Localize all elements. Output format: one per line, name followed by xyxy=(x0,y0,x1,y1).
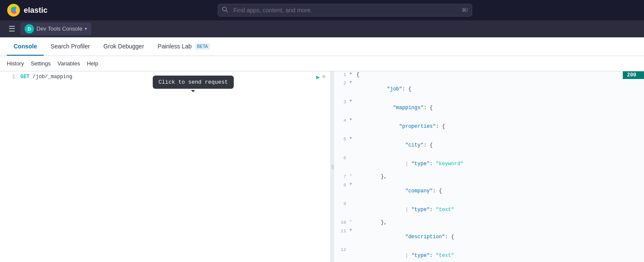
beta-badge: BETA xyxy=(195,43,210,50)
resp-num-5: 5 xyxy=(334,136,350,142)
run-button[interactable]: ▶ xyxy=(316,73,319,81)
resp-line-5: 5 ▼ "city": { xyxy=(334,136,644,155)
panel-divider[interactable]: || xyxy=(331,71,334,262)
settings-button[interactable]: Settings xyxy=(31,60,50,67)
resp-code-11: "description": { xyxy=(356,228,644,246)
elastic-logo[interactable]: elastic xyxy=(7,3,48,17)
resp-line-3: 3 ▼ "mappings": { xyxy=(334,99,644,117)
resp-code-10: }, xyxy=(356,220,644,225)
resp-code-8: "company": { xyxy=(356,182,644,200)
variables-button[interactable]: Variables xyxy=(57,60,80,67)
resp-num-1: 1 xyxy=(334,72,350,77)
resp-line-2: 2 ▼ "job": { xyxy=(334,80,644,99)
resp-num-12: 12 xyxy=(334,247,350,252)
resp-fold-8[interactable]: ▼ xyxy=(350,182,356,186)
tab-search-profiler[interactable]: Search Profiler xyxy=(44,38,97,56)
divider-handle: || xyxy=(331,164,333,169)
resp-num-4: 4 xyxy=(334,118,350,123)
resp-fold-4[interactable]: ▼ xyxy=(350,118,356,122)
editor-panel: 1 GET /job/_mapping ▶ ⚙ Click to send re… xyxy=(0,71,331,262)
resp-line-4: 4 ▼ "properties": { xyxy=(334,117,644,136)
resp-code-9: | "type": "text" xyxy=(356,201,644,219)
resp-fold-11[interactable]: ▼ xyxy=(350,228,356,232)
resp-code-1: { xyxy=(356,72,644,78)
editor-code-1[interactable]: GET /job/_mapping xyxy=(20,74,72,80)
resp-code-2: "job": { xyxy=(356,80,644,98)
resp-fold-2[interactable]: ▼ xyxy=(350,80,356,85)
resp-line-7: 7 ^ }, xyxy=(334,173,644,182)
resp-line-6: 6 | "type": "keyword" xyxy=(334,155,644,173)
resp-line-9: 9 | "type": "text" xyxy=(334,200,644,219)
resp-line-12: 12 | "type": "text" xyxy=(334,246,644,262)
help-button[interactable]: Help xyxy=(87,60,98,67)
response-panel: 200 1 ▼ { 2 ▼ "job": { 3 ▼ "mappings": {… xyxy=(334,71,644,262)
dev-tools-badge[interactable]: D Dev Tools Console ▾ xyxy=(20,23,91,35)
resp-code-5: "city": { xyxy=(356,136,644,154)
main-content: 1 GET /job/_mapping ▶ ⚙ Click to send re… xyxy=(0,71,644,262)
resp-num-7: 7 xyxy=(334,174,350,179)
resp-line-10: 10 ^ }, xyxy=(334,219,644,228)
resp-code-6: | "type": "keyword" xyxy=(356,155,644,173)
resp-line-11: 11 ▼ "description": { xyxy=(334,228,644,246)
global-search[interactable]: ⌘/ xyxy=(218,4,472,17)
top-navbar: elastic ⌘/ xyxy=(0,0,644,20)
elastic-logo-icon xyxy=(7,3,20,17)
elastic-text: elastic xyxy=(24,6,48,15)
dev-tools-label: Dev Tools Console xyxy=(36,25,82,32)
hamburger-button[interactable]: ☰ xyxy=(7,23,17,35)
second-navbar: ☰ D Dev Tools Console ▾ xyxy=(0,20,644,37)
resp-fold-5[interactable]: ▼ xyxy=(350,136,356,141)
svg-line-5 xyxy=(226,11,228,12)
resp-num-8: 8 xyxy=(334,182,350,188)
resp-num-2: 2 xyxy=(334,80,350,86)
request-path: /job/_mapping xyxy=(33,74,73,80)
search-icon xyxy=(222,6,228,14)
editor-actions: ▶ ⚙ xyxy=(316,73,325,81)
tools-button[interactable]: ⚙ xyxy=(322,73,325,81)
resp-fold-7[interactable]: ^ xyxy=(350,174,356,178)
history-button[interactable]: History xyxy=(7,60,24,67)
svg-point-3 xyxy=(11,9,16,11)
resp-fold-3[interactable]: ▼ xyxy=(350,99,356,103)
tooltip-container: Click to send request xyxy=(153,76,234,89)
tab-painless-lab[interactable]: Painless Lab BETA xyxy=(151,38,217,56)
resp-fold-12 xyxy=(350,247,356,251)
tooltip: Click to send request xyxy=(153,76,234,89)
resp-fold-6 xyxy=(350,155,356,159)
resp-code-12: | "type": "text" xyxy=(356,247,644,262)
resp-line-1: 1 ▼ { xyxy=(334,71,644,80)
resp-fold-9 xyxy=(350,201,356,205)
toolbar: History Settings Variables Help xyxy=(0,56,644,71)
search-shortcut: ⌘/ xyxy=(462,7,468,13)
resp-num-3: 3 xyxy=(334,99,350,104)
tab-bar: Console Search Profiler Grok Debugger Pa… xyxy=(0,37,644,56)
status-badge: 200 xyxy=(623,71,644,79)
resp-code-7: }, xyxy=(356,174,644,180)
chevron-down-icon: ▾ xyxy=(85,26,87,31)
dev-badge-avatar: D xyxy=(25,24,34,34)
resp-num-6: 6 xyxy=(334,155,350,161)
resp-fold-10[interactable]: ^ xyxy=(350,220,356,224)
resp-code-3: "mappings": { xyxy=(356,99,644,117)
global-search-input[interactable] xyxy=(218,4,472,17)
resp-num-10: 10 xyxy=(334,220,350,225)
resp-line-8: 8 ▼ "company": { xyxy=(334,182,644,200)
tab-console[interactable]: Console xyxy=(7,38,44,56)
resp-num-9: 9 xyxy=(334,201,350,206)
tab-grok-debugger[interactable]: Grok Debugger xyxy=(97,38,151,56)
resp-num-11: 11 xyxy=(334,228,350,234)
http-method: GET xyxy=(20,74,30,80)
resp-fold-1[interactable]: ▼ xyxy=(350,72,356,76)
resp-code-4: "properties": { xyxy=(356,118,644,135)
line-number-1: 1 xyxy=(3,74,15,80)
